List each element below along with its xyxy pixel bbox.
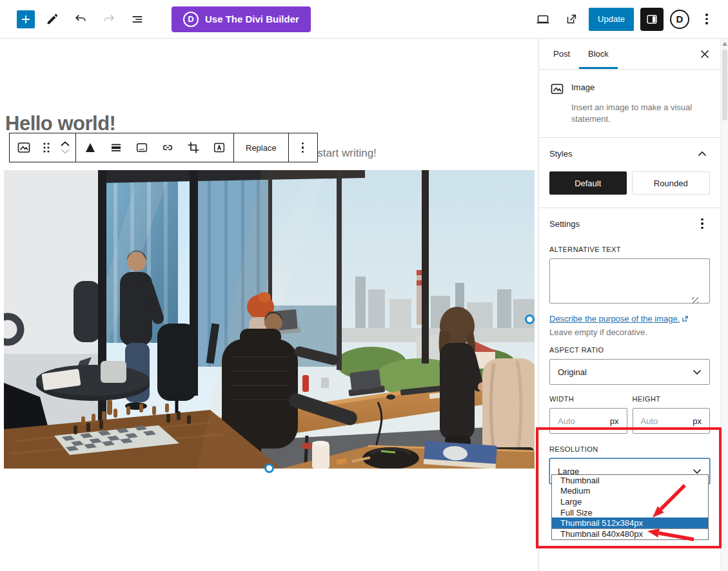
settings-options-button[interactable] (694, 216, 710, 231)
image-resize-handle-bottom[interactable] (264, 463, 274, 473)
link-chain-icon (161, 140, 175, 155)
external-link-icon (564, 12, 578, 26)
post-title-heading[interactable]: Hello world! (5, 112, 115, 135)
caption-button[interactable] (129, 133, 155, 162)
editor-canvas: Hello world! n start writing! (0, 39, 538, 571)
align-lines-icon (110, 141, 123, 154)
move-up-button[interactable] (60, 140, 70, 147)
redo-button[interactable] (98, 8, 120, 30)
use-divi-builder-button[interactable]: D Use The Divi Builder (172, 6, 311, 32)
chevron-down-icon (693, 369, 702, 375)
divi-logo-icon: D (183, 12, 199, 27)
resolution-option-thumbnail[interactable]: Thumbnail (552, 475, 708, 486)
collapse-styles-button[interactable] (694, 146, 710, 161)
divi-builder-label: Use The Divi Builder (205, 14, 299, 24)
width-field: px (549, 408, 627, 434)
move-down-button[interactable] (60, 148, 70, 155)
scroll-up-arrow-icon[interactable] (722, 42, 727, 46)
close-icon (700, 50, 709, 59)
chevron-down-icon (60, 148, 70, 155)
block-options-button[interactable] (290, 133, 316, 162)
width-label: WIDTH (549, 395, 627, 403)
text-over-image-button[interactable] (206, 133, 232, 162)
caption-icon (135, 140, 149, 155)
aspect-ratio-select[interactable]: Original (549, 359, 710, 385)
image-block-icon (549, 81, 571, 97)
boxed-a-icon (212, 140, 226, 155)
update-button[interactable]: Update (589, 8, 634, 31)
resolution-option-full-size[interactable]: Full Size (552, 507, 708, 518)
drag-handle[interactable] (37, 133, 56, 162)
document-overview-button[interactable] (126, 8, 148, 30)
block-card-title: Image (571, 81, 710, 97)
close-sidebar-button[interactable] (697, 46, 713, 62)
image-resize-handle-right[interactable] (525, 315, 535, 324)
list-view-icon (130, 12, 144, 26)
settings-panel-toggle-button[interactable] (640, 8, 664, 31)
resolution-option-large[interactable]: Large (552, 496, 708, 507)
view-post-button[interactable] (560, 8, 582, 30)
block-type-image-button[interactable] (11, 133, 37, 162)
scrollbar-thumb[interactable] (722, 50, 727, 121)
edit-mode-button[interactable] (41, 8, 63, 30)
kebab-icon (705, 14, 708, 16)
align-button[interactable] (103, 133, 129, 162)
paragraph-block-fragment[interactable]: n start writing! (308, 147, 377, 160)
height-unit: px (693, 416, 702, 426)
settings-sidebar: Post Block Image Insert an image to make… (538, 39, 720, 571)
office-photo-illustration (4, 170, 535, 469)
sidebar-tabs: Post Block (539, 39, 720, 70)
aspect-ratio-label: ASPECT RATIO (549, 346, 710, 354)
alt-text-label: ALTERNATIVE TEXT (549, 246, 710, 253)
height-input[interactable] (641, 416, 693, 426)
drag-dots-icon (41, 141, 52, 154)
resolution-option-thumbnail-512x384[interactable]: Thumbnail 512x384px (552, 518, 708, 528)
chevron-up-icon (60, 140, 70, 147)
width-input[interactable] (558, 416, 610, 426)
width-unit: px (610, 416, 619, 426)
tab-block[interactable]: Block (579, 39, 618, 69)
alt-text-input[interactable] (549, 258, 710, 304)
height-label: HEIGHT (633, 395, 711, 403)
tab-post[interactable]: Post (544, 39, 579, 69)
kebab-icon (701, 218, 703, 221)
undo-button[interactable] (70, 8, 92, 30)
height-field: px (633, 408, 711, 434)
image-icon (16, 140, 32, 155)
crop-button[interactable] (181, 133, 206, 162)
block-card-description: Insert an image to make a visual stateme… (571, 102, 710, 124)
styles-panel-header: Styles (539, 138, 720, 169)
styles-title: Styles (549, 149, 572, 159)
settings-panel-header: Settings (539, 208, 720, 239)
style-rounded-button[interactable]: Rounded (632, 171, 711, 195)
undo-icon (74, 12, 88, 26)
chevron-up-icon (698, 151, 707, 157)
replace-button[interactable]: Replace (235, 133, 287, 162)
resolution-dropdown: Thumbnail Medium Large Full Size Thumbna… (551, 474, 709, 540)
plus-icon (19, 13, 32, 26)
sidebar-scrollbar[interactable] (720, 39, 728, 571)
resolution-option-thumbnail-640x480[interactable]: Thumbnail 640x480px (552, 528, 708, 539)
options-menu-button[interactable] (696, 8, 718, 30)
post-image[interactable] (4, 170, 535, 469)
duotone-filter-button[interactable] (77, 133, 103, 162)
style-default-button[interactable]: Default (549, 171, 627, 195)
style-options: Default Rounded (539, 169, 720, 208)
chevron-down-icon (693, 469, 702, 474)
image-purpose-link[interactable]: Describe the purpose of the image. (549, 314, 689, 324)
external-link-icon (682, 315, 689, 322)
preview-button[interactable] (532, 8, 554, 30)
redo-icon (102, 12, 116, 26)
resolution-option-medium[interactable]: Medium (552, 486, 708, 497)
block-inserter-button[interactable] (17, 10, 35, 28)
laptop-icon (535, 12, 551, 27)
editor-top-bar: D Use The Divi Builder Update D (0, 0, 728, 39)
link-button[interactable] (155, 133, 181, 162)
block-card: Image Insert an image to make a visual s… (539, 70, 720, 137)
pencil-icon (45, 12, 59, 26)
crop-icon (187, 141, 200, 154)
divi-options-button[interactable]: D (670, 10, 689, 29)
duotone-triangle-icon (84, 141, 97, 154)
image-block-toolbar: Replace (9, 133, 318, 162)
kebab-icon (302, 142, 304, 145)
